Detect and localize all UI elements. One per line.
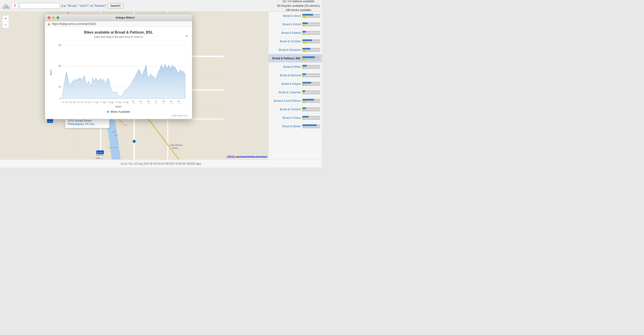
popup-city[interactable]: Philadelphia, PA 191... [68, 122, 107, 126]
docks-bar-fill [302, 76, 304, 78]
zip-link[interactable]: 19107 [80, 4, 88, 8]
svg-text:30. Jul: 30. Jul [85, 101, 91, 103]
station-row[interactable]: Broad & Girard [268, 12, 322, 20]
y-axis-label: bikes [50, 41, 52, 104]
station-bar-container [302, 99, 320, 103]
docks-bar-fill [302, 50, 306, 52]
station-row[interactable]: Broad & Cecil B Moore [268, 96, 322, 105]
chart-window-title: Indego Bikes! [61, 16, 190, 19]
docks-bar-track [302, 58, 320, 60]
bikes-bar-fill [302, 31, 306, 33]
station-row[interactable]: Broad & Cherry [268, 114, 322, 122]
station-bar-container [302, 56, 320, 60]
docks-bar-track [302, 101, 320, 103]
search-hint: (i.e. "Broad", "19107", or "Market") [62, 4, 106, 8]
bikes-bar-track [302, 31, 320, 33]
station-row[interactable]: Broad & Carpenter [268, 88, 322, 96]
maximize-button[interactable] [56, 16, 59, 19]
close-button[interactable] [48, 16, 50, 19]
svg-text:3. Aug: 3. Aug [100, 101, 106, 103]
url-text[interactable]: https://indego.ericoc.com/chart/3188/ [52, 22, 96, 26]
svg-text:15.: 15. [147, 100, 150, 102]
bike-icon: 🚲 [2, 2, 10, 10]
station-row[interactable]: Broad & Master [268, 122, 322, 130]
docks-bar-track [302, 33, 320, 35]
station-bar-container [302, 31, 320, 35]
station-row[interactable]: Broad & Christian [268, 37, 322, 46]
station-row[interactable]: Broad & Ritner [268, 62, 322, 71]
popup-address[interactable]: 3701 Broad Street [68, 119, 107, 122]
bikes-bar-track [302, 48, 320, 50]
search-button[interactable]: Search! [108, 3, 124, 8]
bikes-bar-fill [302, 116, 308, 118]
station-bar-container [302, 82, 320, 86]
docks-bar-fill [302, 110, 304, 111]
svg-text:346B: 346B [123, 124, 127, 126]
github-anchor[interactable]: /github.com/ericoc/indego.ericoc.com [227, 155, 268, 158]
question-button[interactable]: ? [12, 3, 18, 8]
svg-text:Aug: Aug [162, 102, 166, 103]
footer-text: as of: Tue, 22 Aug 2023 @ 06:50:03 PM ED… [121, 162, 201, 165]
map-controls: + − [2, 15, 9, 28]
station-row[interactable]: Broad & Oregon [268, 80, 322, 88]
search-input[interactable] [20, 3, 60, 9]
svg-text:Aug: Aug [132, 102, 135, 103]
station-bar-container [302, 39, 320, 44]
station-bar-container [302, 107, 320, 111]
docks-bar-fill [302, 118, 304, 120]
docks-bar-track [302, 42, 320, 44]
bikes-bar-fill [302, 48, 310, 50]
zoom-out-button[interactable]: − [2, 22, 9, 28]
bikes-bar-fill [302, 82, 311, 84]
svg-text:Bridge: Bridge [172, 147, 178, 149]
docks-bar-track [302, 84, 320, 86]
docks-bar-track [302, 110, 320, 111]
chart-area: bikes 30 20 10 0 [50, 41, 188, 104]
bikes-bar-fill [302, 73, 306, 75]
station-name: Broad & Cecil B Moore [270, 99, 301, 102]
station-row[interactable]: Broad & Diamond [268, 71, 322, 80]
url-bar: 🔒 https://indego.ericoc.com/chart/3188/ [45, 21, 192, 27]
docks-bar-fill [302, 24, 305, 26]
bikes-bar-track [302, 124, 320, 126]
market-link[interactable]: Market [95, 4, 104, 8]
chart-menu-icon[interactable]: ≡ [186, 34, 188, 38]
chart-window: Indego Bikes! 🔒 https://indego.ericoc.co… [45, 14, 192, 119]
docks-bar-track [302, 76, 320, 78]
minimize-button[interactable] [52, 16, 55, 19]
docks-bar-track [302, 16, 320, 18]
svg-text:26. Jul: 26. Jul [70, 101, 76, 103]
station-name: Broad & Federal [270, 31, 301, 34]
highcharts-credit: Highcharts.com [50, 114, 188, 117]
docks-bar-fill [302, 42, 307, 44]
svg-text:28. Jul: 28. Jul [77, 101, 83, 103]
station-bar-container [302, 65, 320, 69]
station-row[interactable]: Broad & Oxford [268, 20, 322, 28]
docks-bar-fill [302, 101, 306, 103]
x-axis-label: when [50, 105, 188, 108]
broad-link[interactable]: Broad [68, 4, 76, 8]
bikes-bar-track [302, 39, 320, 41]
station-row[interactable]: Broad & Pattison, BSL [268, 54, 322, 62]
station-row[interactable]: Broad & Chestnut [268, 105, 322, 114]
bikes-bar-fill [302, 99, 314, 101]
chart-plot[interactable]: 30 20 10 0 [53, 41, 188, 104]
zoom-in-button[interactable]: + [2, 16, 9, 22]
station-name: Broad & Cherry [270, 116, 301, 120]
svg-text:Aug: Aug [139, 102, 143, 103]
bikes-bar-track [302, 82, 320, 84]
svg-text:24. Jul: 24. Jul [62, 101, 68, 103]
svg-text:1. Aug: 1. Aug [92, 101, 98, 103]
station-name: Broad & Christian [270, 40, 301, 43]
station-name: Broad & Diamond [270, 74, 301, 77]
sidebar: Broad & GirardBroad & OxfordBroad & Fede… [268, 12, 322, 160]
docks-bar-track [302, 67, 320, 69]
stats-line1: 14 / 14 stations available [277, 0, 320, 4]
bikes-bar-fill [302, 39, 312, 41]
github-link[interactable]: /github.com/ericoc/indego.ericoc.com [227, 155, 268, 158]
map-area[interactable]: West Girard Avenue Chestnut Street Spruc… [0, 12, 268, 160]
legend-label: Bikes Available [110, 110, 130, 114]
svg-text:Walt-Whitman: Walt-Whitman [170, 144, 182, 146]
station-row[interactable]: Broad & Federal [268, 28, 322, 37]
station-row[interactable]: Broad & Passyunk [268, 46, 322, 54]
